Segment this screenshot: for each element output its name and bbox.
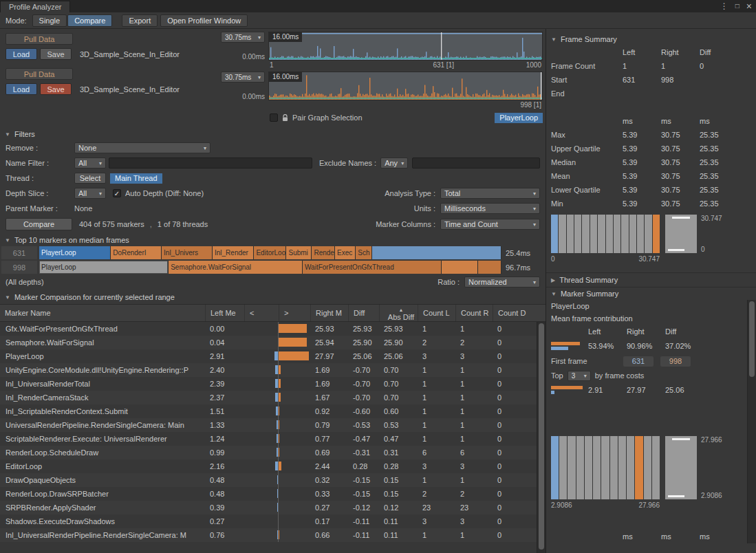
top10-segment[interactable]: Sch <box>356 246 372 259</box>
remove-dropdown[interactable]: None ▾ <box>74 142 210 153</box>
top10-segment[interactable]: PlayerLoop <box>39 246 111 259</box>
frame-summary-title[interactable]: ▼ Frame Summary <box>546 33 756 45</box>
auto-depth-checkbox[interactable]: ✓ <box>113 189 121 197</box>
pair-graph-checkbox[interactable] <box>270 113 278 122</box>
scrollbar-thumb[interactable] <box>539 323 544 550</box>
exclude-mode-dropdown[interactable]: Any ▾ <box>380 158 408 169</box>
comparison-title[interactable]: ▼ Marker Comparison for currently select… <box>0 290 546 304</box>
cell-count-right: 1 <box>455 531 493 539</box>
cell-abs-diff: 0.31 <box>379 448 418 457</box>
table-row[interactable]: Inl_ScriptableRenderContext.Submit1.510.… <box>0 404 546 418</box>
maximize-icon[interactable]: □ <box>735 1 739 12</box>
table-row[interactable]: RenderLoop.DrawSRPBatcher0.480.33-0.150.… <box>0 487 546 501</box>
top10-segment[interactable]: Rende <box>312 246 335 259</box>
cell-left-median: 0.27 <box>205 517 244 525</box>
mode-compare-button[interactable]: Compare <box>67 14 112 27</box>
top10-title[interactable]: ▼ Top 10 markers on median frames <box>0 234 546 246</box>
column-header-name[interactable]: Marker Name <box>0 305 205 321</box>
window-menu-icon[interactable]: ⋮ <box>720 1 728 12</box>
export-button[interactable]: Export <box>122 14 158 27</box>
table-row[interactable]: ScriptableRenderer.Execute: UniversalRen… <box>0 432 546 446</box>
column-header-diff[interactable]: Diff <box>348 305 379 321</box>
top10-segment[interactable]: Exec <box>335 246 356 259</box>
ratio-dropdown[interactable]: Normalized ▾ <box>464 276 540 288</box>
column-header-count-right[interactable]: Count R <box>455 305 493 321</box>
compare-button[interactable]: Compare <box>6 218 72 230</box>
top10-segment[interactable]: EditorLoo <box>254 246 286 259</box>
load-left-button[interactable]: Load <box>6 48 37 60</box>
top10-segment[interactable]: Submi <box>286 246 312 259</box>
top10-segment[interactable]: Inl_Render <box>213 246 254 259</box>
pull-data-left-button[interactable]: Pull Data <box>6 33 73 45</box>
depth-slice-dropdown[interactable]: All ▾ <box>74 188 106 199</box>
column-header-count-left[interactable]: Count L <box>418 305 455 321</box>
table-row[interactable]: Shadows.ExecuteDrawShadows0.270.17-0.110… <box>0 514 546 528</box>
table-row[interactable]: Inl_UniversalRenderTotal2.391.69-0.700.7… <box>0 377 546 391</box>
cell-count-right: 1 <box>455 421 493 429</box>
table-vertical-scrollbar[interactable] <box>537 322 546 553</box>
top10-segment[interactable]: DoRenderI <box>111 246 162 259</box>
table-row[interactable]: Inl_UniversalRenderPipeline.RenderSingle… <box>0 528 546 542</box>
close-icon[interactable]: × <box>746 1 752 12</box>
name-filter-mode-dropdown[interactable]: All ▾ <box>74 158 106 169</box>
save-left-button[interactable]: Save <box>40 48 72 60</box>
right-graph-range-dropdown[interactable]: 30.75ms ▾ <box>221 72 265 83</box>
right-graph-canvas[interactable]: 16.00ms <box>268 72 543 100</box>
top10-segment[interactable]: PlayerLoop <box>39 261 169 274</box>
column-header-left[interactable]: Left Me <box>205 305 244 321</box>
top10-segment[interactable]: Semaphore.WaitForSignal <box>169 261 303 274</box>
column-header-abs-diff[interactable]: ▲ Abs Diff <box>379 305 418 321</box>
save-right-button[interactable]: Save <box>40 83 72 95</box>
name-filter-input[interactable] <box>109 158 312 169</box>
left-graph-canvas[interactable]: 16.00ms <box>268 32 543 61</box>
top-n-dropdown[interactable]: 3 ▾ <box>568 371 591 381</box>
cell-diff: -0.31 <box>348 448 379 457</box>
filters-title[interactable]: ▼ Filters <box>0 128 546 140</box>
scrollbar-thumb[interactable] <box>749 301 755 377</box>
exclude-names-input[interactable] <box>412 158 540 169</box>
summary-vertical-scrollbar[interactable] <box>747 300 756 543</box>
marker-summary-title[interactable]: ▼ Marker Summary <box>546 288 756 300</box>
top10-segment[interactable] <box>478 261 501 274</box>
load-right-button[interactable]: Load <box>6 83 37 95</box>
column-header-left-bar[interactable]: < <box>244 305 279 321</box>
column-header-right-bar[interactable]: > <box>279 305 310 321</box>
table-row[interactable]: UnityEngine.CoreModule.dll!UnityEngine.R… <box>0 363 546 377</box>
table-row[interactable]: EditorLoop2.162.440.280.28330 <box>0 459 546 473</box>
table-row[interactable]: SRPBRender.ApplyShader0.390.27-0.120.122… <box>0 501 546 514</box>
pull-data-right-button[interactable]: Pull Data <box>6 68 73 80</box>
column-header-count-diff[interactable]: Count D <box>493 305 546 321</box>
cell-left-bar <box>244 377 279 391</box>
cell-left-bar <box>244 528 279 542</box>
collapse-icon: ▼ <box>5 131 10 138</box>
marker-columns-dropdown[interactable]: Time and Count ▾ <box>440 219 540 230</box>
table-row[interactable]: Inl_RenderCameraStack2.371.67-0.700.7011… <box>0 391 546 404</box>
thread-summary-title[interactable]: ▶ Thread Summary <box>546 272 756 288</box>
top10-segment[interactable]: Inl_Univers <box>162 246 213 259</box>
top10-segment[interactable] <box>372 246 501 259</box>
table-row[interactable]: Semaphore.WaitForSignal0.0425.9425.9025.… <box>0 336 546 349</box>
table-row[interactable]: UniversalRenderPipeline.RenderSingleCame… <box>0 418 546 432</box>
top10-segment[interactable]: WaitForPresentOnGfxThread <box>303 261 442 274</box>
axis-selection: 998 [1] <box>520 101 541 109</box>
summary-cell: 30.75 <box>661 199 700 208</box>
cell-left-bar <box>244 487 279 501</box>
mode-single-button[interactable]: Single <box>32 14 67 27</box>
column-header-right[interactable]: Right M <box>310 305 348 321</box>
top10-segment[interactable] <box>442 261 479 274</box>
histogram-bar <box>652 436 660 499</box>
cell-abs-diff: 0.11 <box>379 531 418 539</box>
analysis-type-dropdown[interactable]: Total ▾ <box>440 188 540 199</box>
open-profiler-button[interactable]: Open Profiler Window <box>160 14 248 27</box>
thread-select-button[interactable]: Select <box>74 173 106 184</box>
summary-cell: 25.35 <box>700 131 756 139</box>
table-row[interactable]: RenderLoop.ScheduleDraw0.990.69-0.310.31… <box>0 446 546 459</box>
left-graph-range-dropdown[interactable]: 30.75ms ▾ <box>221 32 265 43</box>
units-dropdown[interactable]: Milliseconds ▾ <box>440 203 540 214</box>
first-frame-right-button[interactable]: 998 <box>660 356 691 367</box>
table-row[interactable]: DrawOpaqueObjects0.480.32-0.150.15110 <box>0 473 546 487</box>
table-row[interactable]: Gfx.WaitForPresentOnGfxThread0.0025.9325… <box>0 322 546 336</box>
window-tab[interactable]: Profile Analyzer <box>0 1 70 12</box>
table-row[interactable]: PlayerLoop2.9127.9725.0625.06330 <box>0 349 546 363</box>
first-frame-left-button[interactable]: 631 <box>623 356 654 367</box>
